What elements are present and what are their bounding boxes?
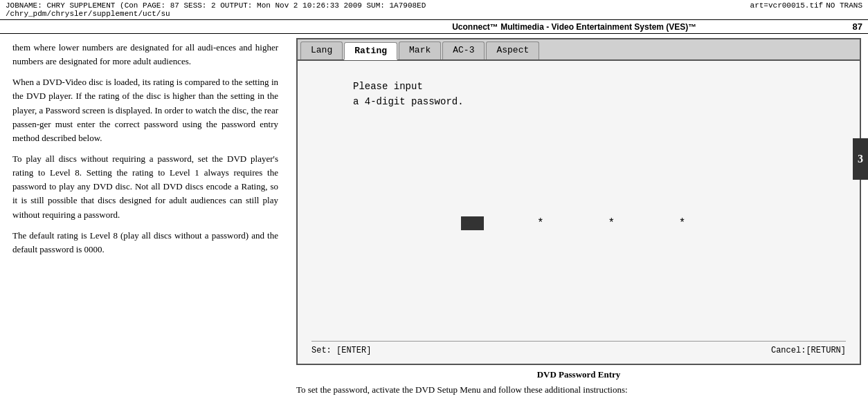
page-title: Uconnect™ Multimedia - Video Entertainme… — [296, 22, 853, 32]
screen-body: Please input a 4-digit password. ■ * * *… — [298, 61, 860, 364]
star-filled: ■ — [461, 216, 485, 230]
tab-ac3-label: AC-3 — [453, 45, 474, 55]
tab-lang-label: Lang — [311, 45, 332, 55]
chapter-number: 3 — [858, 153, 863, 165]
paragraph-4: The default rating is Level 8 (play all … — [12, 229, 278, 257]
page-number: 87 — [853, 21, 862, 32]
subtitle-row: Uconnect™ Multimedia - Video Entertainme… — [0, 20, 868, 34]
tab-aspect[interactable]: Aspect — [486, 41, 539, 59]
star-3: * — [608, 217, 626, 230]
prompt-line1: Please input — [353, 79, 846, 94]
password-stars: ■ * * * — [311, 217, 846, 230]
tab-lang[interactable]: Lang — [300, 41, 343, 59]
password-prompt: Please input a 4-digit password. — [353, 79, 846, 110]
paragraph-3: To play all discs without requiring a pa… — [12, 152, 278, 222]
dvd-screen: Lang Rating Mark AC-3 Aspect — [296, 38, 861, 365]
jobname-text: JOBNAME: CHRY SUPPLEMENT (Con PAGE: 87 S… — [6, 1, 426, 18]
paragraph-1: them where lower numbers are designated … — [12, 41, 278, 68]
left-column: them where lower numbers are designated … — [0, 34, 291, 400]
top-header: JOBNAME: CHRY SUPPLEMENT (Con PAGE: 87 S… — [0, 0, 868, 20]
main-content: them where lower numbers are designated … — [0, 34, 868, 400]
tab-rating-label: Rating — [354, 46, 387, 56]
right-column: Lang Rating Mark AC-3 Aspect — [291, 34, 868, 400]
tab-rating[interactable]: Rating — [344, 42, 397, 60]
tab-ac3[interactable]: AC-3 — [442, 41, 485, 59]
star-4: * — [679, 217, 697, 230]
header-right: art=vcr00015.tif NO TRANS — [750, 1, 862, 10]
chapter-tab: 3 — [853, 138, 868, 180]
star-2: * — [537, 217, 555, 230]
jobname-line2: /chry_pdm/chrysler/supplement/uct/su — [6, 10, 426, 18]
screen-footer: Set: [ENTER] Cancel:[RETURN] — [311, 341, 846, 355]
paragraph-2: When a DVD-Video disc is loaded, its rat… — [12, 75, 278, 145]
bottom-text: To set the password, activate the DVD Se… — [296, 383, 861, 397]
prompt-line2: a 4-digit password. — [353, 94, 846, 109]
tab-aspect-label: Aspect — [496, 45, 529, 55]
set-label: Set: [ENTER] — [311, 346, 371, 355]
page-wrapper: JOBNAME: CHRY SUPPLEMENT (Con PAGE: 87 S… — [0, 0, 868, 400]
tab-bar: Lang Rating Mark AC-3 Aspect — [298, 39, 860, 61]
caption: DVD Password Entry — [296, 369, 861, 380]
art-ref: art=vcr00015.tif — [750, 1, 824, 10]
tab-mark[interactable]: Mark — [399, 41, 441, 59]
tab-mark-label: Mark — [409, 45, 431, 55]
notrans-label: NO TRANS — [826, 1, 862, 10]
jobname-line1: JOBNAME: CHRY SUPPLEMENT (Con PAGE: 87 S… — [6, 1, 426, 10]
cancel-label: Cancel:[RETURN] — [771, 346, 846, 355]
